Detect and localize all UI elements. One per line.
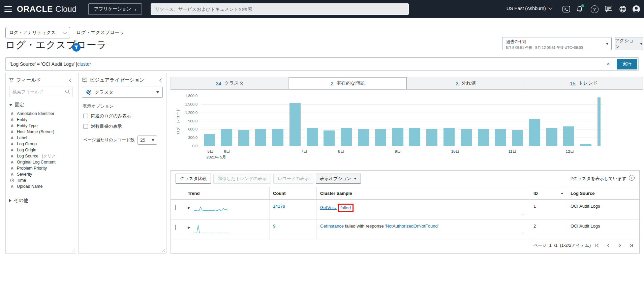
bar[interactable] [307, 128, 318, 146]
bar[interactable] [546, 128, 557, 146]
sort-ascending-icon[interactable] [561, 193, 563, 194]
field-item[interactable]: AProblem Priority [6, 165, 76, 171]
pinned-section-toggle[interactable]: 固定 [6, 97, 76, 111]
count-link[interactable]: 9 [273, 224, 275, 229]
field-item[interactable]: ALabel [6, 135, 76, 141]
row-checkbox[interactable] [175, 205, 176, 210]
bar[interactable] [580, 144, 591, 146]
run-query-button[interactable]: 実行 [617, 59, 637, 69]
field-item[interactable]: AOriginal Log Content [6, 159, 76, 165]
tab-外れ値[interactable]: 3外れ値 [407, 77, 525, 89]
filter-badge-icon[interactable] [72, 43, 81, 52]
column-header-count[interactable]: Count [270, 187, 317, 199]
expand-row-icon[interactable]: ▶ [188, 226, 190, 239]
field-item[interactable]: AHost Name (Server) [6, 129, 76, 135]
globe-language-icon[interactable] [619, 5, 627, 13]
field-search-input[interactable] [9, 87, 72, 97]
bar[interactable] [495, 129, 506, 146]
field-item[interactable]: AEntity [6, 117, 76, 123]
sample-ellipsis[interactable]: ... [519, 210, 525, 215]
toolbar-button[interactable]: 表示オプション [316, 174, 361, 184]
display-option[interactable]: 対数目盛の表示 [79, 120, 166, 131]
sample-link[interactable]: GetVnic [320, 205, 337, 210]
field-clear-link[interactable]: |クリア [42, 153, 56, 159]
expand-row-icon[interactable]: ▶ [188, 206, 190, 219]
feedback-chat-icon[interactable] [605, 5, 613, 13]
oracle-cloud-logo[interactable]: ORACLECloud [17, 4, 76, 14]
bar[interactable] [255, 129, 266, 146]
field-item[interactable]: AUpload Name [6, 183, 76, 189]
bar[interactable] [289, 103, 301, 146]
field-item[interactable]: AEntity Type [6, 123, 76, 129]
checkbox[interactable] [83, 124, 88, 129]
global-search-input[interactable] [151, 3, 409, 15]
tab-クラスタ[interactable]: 34クラスタ [171, 77, 289, 89]
help-icon[interactable]: ? [590, 5, 599, 13]
info-icon[interactable]: i [629, 175, 635, 181]
query-command[interactable]: cluster [77, 61, 91, 67]
bar[interactable] [478, 129, 489, 146]
row-checkbox[interactable] [175, 225, 176, 230]
bar[interactable] [461, 129, 472, 146]
display-option[interactable]: 問題のログのみ表示 [79, 110, 166, 120]
checkbox[interactable] [83, 114, 88, 118]
bar[interactable] [392, 128, 403, 146]
sample-link[interactable]: NotAuthorizedOrNotFound [386, 224, 438, 229]
last-page-icon[interactable] [626, 241, 635, 250]
chart-type-select[interactable]: クラスタ [82, 87, 163, 98]
tab-潜在的な問題[interactable]: 2潜在的な問題 [289, 77, 407, 89]
pagination-current-page[interactable]: 1 [549, 243, 551, 248]
field-item[interactable]: ALog Origin [6, 147, 76, 153]
others-section-toggle[interactable]: その他 [6, 193, 76, 206]
bar[interactable] [443, 128, 455, 146]
cloud-shell-icon[interactable] [562, 5, 570, 13]
bar[interactable] [563, 126, 574, 146]
panel-resize-grip[interactable] [70, 248, 75, 252]
bar[interactable] [341, 128, 352, 146]
sample-link[interactable]: GetInstance [320, 224, 344, 229]
panel-resize-grip[interactable] [161, 248, 165, 252]
column-header-cluster-sample[interactable]: Cluster Sample [317, 187, 530, 199]
sample-ellipsis[interactable]: ... [519, 230, 525, 235]
user-avatar-icon[interactable] [632, 5, 640, 13]
field-item[interactable]: ALog Source|クリア [6, 153, 76, 159]
bar[interactable] [597, 97, 601, 146]
hamburger-menu-icon[interactable] [4, 6, 12, 12]
notifications-bell-icon[interactable] [576, 5, 584, 13]
field-item[interactable]: ALog Group [6, 141, 76, 147]
bar[interactable] [221, 129, 232, 146]
sample-link[interactable]: failed [340, 205, 351, 210]
field-item[interactable]: Time [6, 177, 76, 183]
records-per-page-select[interactable]: 25 [137, 136, 157, 145]
bar[interactable] [358, 129, 369, 146]
toolbar-button[interactable]: クラスタ比較 [176, 174, 211, 184]
field-item[interactable]: ASeverity [6, 171, 76, 177]
column-header-trend[interactable]: Trend [184, 187, 270, 199]
bar[interactable] [324, 130, 335, 146]
bar[interactable] [375, 129, 386, 146]
bar[interactable] [409, 128, 420, 146]
previous-page-icon[interactable] [604, 241, 613, 250]
collapse-panel-icon[interactable] [69, 78, 73, 82]
bar[interactable] [529, 119, 540, 146]
bar[interactable] [512, 130, 523, 146]
column-header-id[interactable]: ID [530, 187, 567, 199]
clear-query-icon[interactable]: × [607, 61, 610, 67]
first-page-icon[interactable] [593, 241, 602, 250]
column-header-log-source[interactable]: Log Source [567, 187, 639, 199]
next-page-icon[interactable] [615, 241, 624, 250]
bar[interactable] [272, 129, 283, 146]
region-selector[interactable]: US East (Ashburn) [507, 6, 552, 11]
query-bar[interactable]: 'Log Source' = 'OCI Audit Logs' | cluste… [5, 57, 639, 71]
field-item[interactable]: AAnnotation Identifier [6, 111, 76, 117]
applications-button[interactable]: アプリケーション› [88, 3, 142, 15]
bar[interactable] [238, 130, 249, 146]
collapse-panel-icon[interactable] [159, 78, 163, 82]
bar[interactable] [426, 129, 437, 146]
time-range-selector[interactable]: 過去7日間 5月 5 05:51 午後 - 5月 12 05:51 午後 UTC… [502, 37, 612, 50]
bar[interactable] [204, 134, 215, 146]
actions-button[interactable]: アクション [615, 37, 643, 50]
tab-トレンド[interactable]: 15トレンド [525, 77, 643, 89]
count-link[interactable]: 14178 [273, 204, 285, 209]
service-selector-dropdown[interactable]: ログ・アナリティクス [5, 27, 70, 38]
